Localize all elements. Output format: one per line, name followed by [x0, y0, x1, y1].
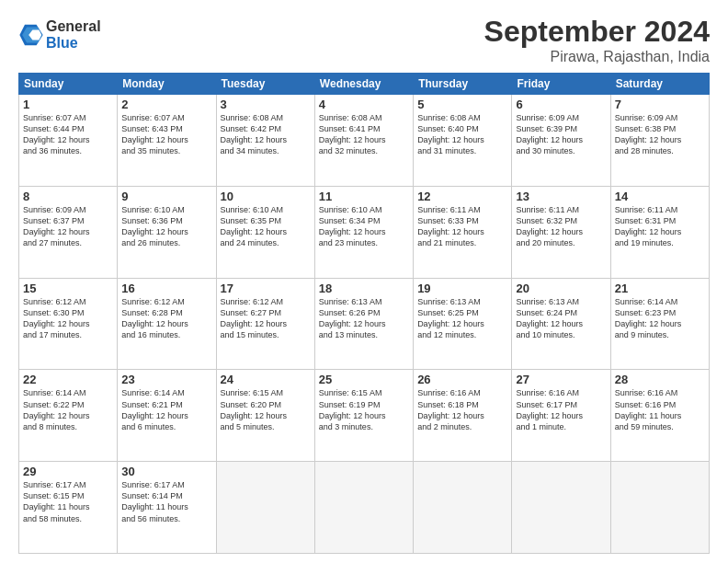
- table-row: 22Sunrise: 6:14 AM Sunset: 6:22 PM Dayli…: [19, 370, 118, 462]
- calendar: Sunday Monday Tuesday Wednesday Thursday…: [18, 73, 710, 554]
- logo-general-text: General: [46, 18, 101, 35]
- table-row: 7Sunrise: 6:09 AM Sunset: 6:38 PM Daylig…: [610, 95, 709, 187]
- table-row: 8Sunrise: 6:09 AM Sunset: 6:37 PM Daylig…: [19, 186, 118, 278]
- day-info: Sunrise: 6:10 AM Sunset: 6:36 PM Dayligh…: [121, 204, 211, 249]
- header-row: Sunday Monday Tuesday Wednesday Thursday…: [19, 74, 710, 95]
- col-sunday: Sunday: [19, 74, 118, 95]
- table-row: 6Sunrise: 6:09 AM Sunset: 6:39 PM Daylig…: [512, 95, 610, 187]
- day-info: Sunrise: 6:11 AM Sunset: 6:32 PM Dayligh…: [516, 204, 606, 249]
- day-info: Sunrise: 6:08 AM Sunset: 6:42 PM Dayligh…: [221, 112, 311, 157]
- calendar-week-0: 1Sunrise: 6:07 AM Sunset: 6:44 PM Daylig…: [19, 95, 710, 187]
- title-block: September 2024 Pirawa, Rajasthan, India: [484, 15, 710, 65]
- day-number: 15: [23, 282, 113, 295]
- table-row: [216, 462, 314, 554]
- day-info: Sunrise: 6:17 AM Sunset: 6:15 PM Dayligh…: [23, 479, 113, 524]
- table-row: 18Sunrise: 6:13 AM Sunset: 6:26 PM Dayli…: [314, 278, 413, 370]
- table-row: 13Sunrise: 6:11 AM Sunset: 6:32 PM Dayli…: [512, 186, 610, 278]
- table-row: 21Sunrise: 6:14 AM Sunset: 6:23 PM Dayli…: [610, 278, 709, 370]
- day-number: 24: [221, 373, 311, 386]
- table-row: [610, 462, 709, 554]
- day-info: Sunrise: 6:13 AM Sunset: 6:24 PM Dayligh…: [516, 296, 606, 341]
- col-wednesday: Wednesday: [314, 74, 413, 95]
- day-info: Sunrise: 6:07 AM Sunset: 6:44 PM Dayligh…: [23, 112, 113, 157]
- day-number: 9: [121, 190, 211, 203]
- day-number: 28: [615, 373, 705, 386]
- day-info: Sunrise: 6:16 AM Sunset: 6:18 PM Dayligh…: [417, 387, 507, 432]
- logo: General Blue: [18, 18, 101, 51]
- day-number: 22: [23, 373, 113, 386]
- day-number: 12: [417, 190, 507, 203]
- day-info: Sunrise: 6:12 AM Sunset: 6:30 PM Dayligh…: [23, 296, 113, 341]
- day-info: Sunrise: 6:08 AM Sunset: 6:40 PM Dayligh…: [417, 112, 507, 157]
- day-number: 21: [615, 282, 705, 295]
- table-row: 20Sunrise: 6:13 AM Sunset: 6:24 PM Dayli…: [512, 278, 610, 370]
- day-info: Sunrise: 6:09 AM Sunset: 6:37 PM Dayligh…: [23, 204, 113, 249]
- table-row: 10Sunrise: 6:10 AM Sunset: 6:35 PM Dayli…: [216, 186, 314, 278]
- col-saturday: Saturday: [610, 74, 709, 95]
- table-row: 25Sunrise: 6:15 AM Sunset: 6:19 PM Dayli…: [314, 370, 413, 462]
- calendar-week-3: 22Sunrise: 6:14 AM Sunset: 6:22 PM Dayli…: [19, 370, 710, 462]
- day-info: Sunrise: 6:14 AM Sunset: 6:23 PM Dayligh…: [615, 296, 705, 341]
- day-number: 29: [23, 465, 113, 478]
- day-info: Sunrise: 6:17 AM Sunset: 6:14 PM Dayligh…: [121, 479, 211, 524]
- table-row: [414, 462, 512, 554]
- day-info: Sunrise: 6:15 AM Sunset: 6:19 PM Dayligh…: [319, 387, 409, 432]
- day-number: 14: [615, 190, 705, 203]
- day-info: Sunrise: 6:15 AM Sunset: 6:20 PM Dayligh…: [221, 387, 311, 432]
- day-number: 7: [615, 98, 705, 111]
- day-number: 13: [516, 190, 606, 203]
- table-row: [314, 462, 413, 554]
- day-number: 1: [23, 98, 113, 111]
- col-monday: Monday: [118, 74, 216, 95]
- logo-blue-text: Blue: [46, 35, 101, 52]
- day-number: 10: [221, 190, 311, 203]
- day-info: Sunrise: 6:10 AM Sunset: 6:34 PM Dayligh…: [319, 204, 409, 249]
- day-number: 26: [417, 373, 507, 386]
- table-row: 16Sunrise: 6:12 AM Sunset: 6:28 PM Dayli…: [118, 278, 216, 370]
- day-number: 8: [23, 190, 113, 203]
- table-row: 17Sunrise: 6:12 AM Sunset: 6:27 PM Dayli…: [216, 278, 314, 370]
- day-info: Sunrise: 6:13 AM Sunset: 6:26 PM Dayligh…: [319, 296, 409, 341]
- table-row: 1Sunrise: 6:07 AM Sunset: 6:44 PM Daylig…: [19, 95, 118, 187]
- day-info: Sunrise: 6:13 AM Sunset: 6:25 PM Dayligh…: [417, 296, 507, 341]
- day-number: 16: [121, 282, 211, 295]
- col-tuesday: Tuesday: [216, 74, 314, 95]
- day-number: 5: [417, 98, 507, 111]
- day-info: Sunrise: 6:14 AM Sunset: 6:22 PM Dayligh…: [23, 387, 113, 432]
- day-number: 11: [319, 190, 409, 203]
- table-row: [512, 462, 610, 554]
- day-number: 23: [121, 373, 211, 386]
- day-info: Sunrise: 6:09 AM Sunset: 6:39 PM Dayligh…: [516, 112, 606, 157]
- logo-icon: [18, 22, 44, 48]
- day-info: Sunrise: 6:16 AM Sunset: 6:17 PM Dayligh…: [516, 387, 606, 432]
- table-row: 27Sunrise: 6:16 AM Sunset: 6:17 PM Dayli…: [512, 370, 610, 462]
- day-info: Sunrise: 6:08 AM Sunset: 6:41 PM Dayligh…: [319, 112, 409, 157]
- day-number: 30: [121, 465, 211, 478]
- day-number: 18: [319, 282, 409, 295]
- day-info: Sunrise: 6:12 AM Sunset: 6:28 PM Dayligh…: [121, 296, 211, 341]
- table-row: 30Sunrise: 6:17 AM Sunset: 6:14 PM Dayli…: [118, 462, 216, 554]
- calendar-week-1: 8Sunrise: 6:09 AM Sunset: 6:37 PM Daylig…: [19, 186, 710, 278]
- day-info: Sunrise: 6:12 AM Sunset: 6:27 PM Dayligh…: [221, 296, 311, 341]
- table-row: 26Sunrise: 6:16 AM Sunset: 6:18 PM Dayli…: [414, 370, 512, 462]
- col-friday: Friday: [512, 74, 610, 95]
- day-number: 2: [121, 98, 211, 111]
- table-row: 12Sunrise: 6:11 AM Sunset: 6:33 PM Dayli…: [414, 186, 512, 278]
- table-row: 23Sunrise: 6:14 AM Sunset: 6:21 PM Dayli…: [118, 370, 216, 462]
- day-number: 3: [221, 98, 311, 111]
- day-number: 17: [221, 282, 311, 295]
- table-row: 9Sunrise: 6:10 AM Sunset: 6:36 PM Daylig…: [118, 186, 216, 278]
- location: Pirawa, Rajasthan, India: [484, 49, 710, 65]
- day-info: Sunrise: 6:16 AM Sunset: 6:16 PM Dayligh…: [615, 387, 705, 432]
- table-row: 14Sunrise: 6:11 AM Sunset: 6:31 PM Dayli…: [610, 186, 709, 278]
- table-row: 15Sunrise: 6:12 AM Sunset: 6:30 PM Dayli…: [19, 278, 118, 370]
- day-info: Sunrise: 6:10 AM Sunset: 6:35 PM Dayligh…: [221, 204, 311, 249]
- calendar-week-2: 15Sunrise: 6:12 AM Sunset: 6:30 PM Dayli…: [19, 278, 710, 370]
- day-number: 25: [319, 373, 409, 386]
- day-info: Sunrise: 6:11 AM Sunset: 6:33 PM Dayligh…: [417, 204, 507, 249]
- day-info: Sunrise: 6:09 AM Sunset: 6:38 PM Dayligh…: [615, 112, 705, 157]
- day-number: 4: [319, 98, 409, 111]
- header: General Blue September 2024 Pirawa, Raja…: [18, 15, 710, 65]
- day-number: 20: [516, 282, 606, 295]
- page: General Blue September 2024 Pirawa, Raja…: [0, 0, 728, 563]
